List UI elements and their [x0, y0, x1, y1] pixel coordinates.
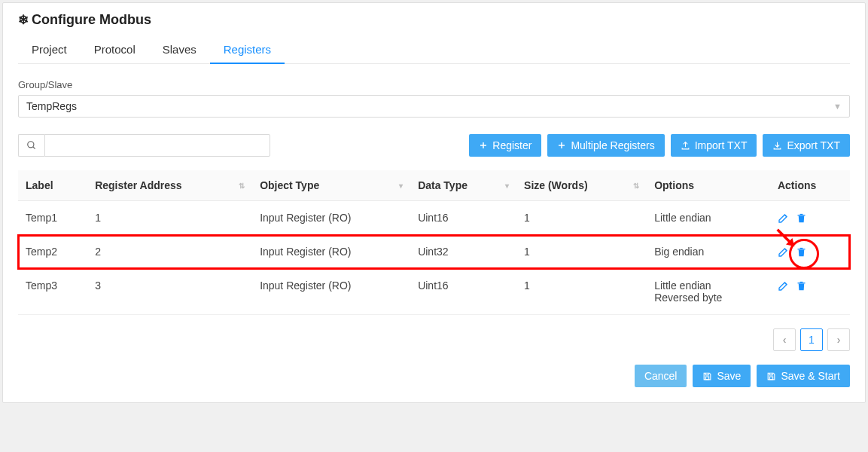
cancel-button[interactable]: Cancel — [635, 365, 687, 387]
delete-icon[interactable] — [796, 280, 807, 292]
cell-object-type: Input Register (RO) — [252, 235, 410, 269]
filter-icon[interactable]: ▾ — [505, 182, 509, 190]
col-address[interactable]: Register Address⇅ — [87, 170, 252, 201]
tab-slaves[interactable]: Slaves — [149, 35, 210, 63]
window-header: ❄ Configure Modbus Project Protocol Slav… — [3, 3, 865, 64]
groupslave-selected: TempRegs — [26, 100, 77, 112]
cell-address: 3 — [87, 269, 252, 315]
tab-bar: Project Protocol Slaves Registers — [18, 35, 850, 64]
cell-object-type: Input Register (RO) — [252, 201, 410, 235]
cell-label: Temp2 — [18, 235, 87, 269]
button-label: Save & Start — [781, 370, 840, 382]
page-title: ❄ Configure Modbus — [18, 12, 850, 28]
col-data-type-text: Data Type — [418, 179, 468, 191]
button-label: Multiple Registers — [571, 139, 654, 151]
toolbar: Register Multiple Registers Import TXT E… — [18, 134, 850, 157]
cell-data-type: Uint16 — [410, 269, 516, 315]
button-label: Save — [717, 370, 741, 382]
groupslave-select[interactable]: TempRegs ▼ — [18, 95, 850, 118]
search-input[interactable] — [44, 134, 270, 157]
cell-options: Little endian — [647, 201, 770, 235]
search-icon — [26, 140, 37, 151]
groupslave-label: Group/Slave — [18, 79, 850, 90]
cell-data-type: Uint16 — [410, 201, 516, 235]
table-row: Temp33Input Register (RO)Uint161Little e… — [18, 269, 850, 315]
save-icon — [702, 371, 712, 381]
title-text: Configure Modbus — [32, 12, 151, 28]
col-data-type[interactable]: Data Type▾ — [410, 170, 516, 201]
svg-rect-8 — [706, 377, 709, 380]
button-label: Import TXT — [695, 139, 748, 151]
cell-actions — [770, 269, 850, 315]
footer-buttons: Cancel Save Save & Start — [18, 365, 850, 387]
col-actions-text: Actions — [778, 179, 816, 191]
col-size-text: Size (Words) — [524, 179, 588, 191]
search-button[interactable] — [18, 134, 44, 157]
import-txt-button[interactable]: Import TXT — [671, 134, 757, 157]
cell-address: 2 — [87, 235, 252, 269]
save-start-button[interactable]: Save & Start — [757, 365, 850, 387]
add-multiple-registers-button[interactable]: Multiple Registers — [547, 134, 664, 157]
table-row: Temp11Input Register (RO)Uint161Little e… — [18, 201, 850, 235]
add-register-button[interactable]: Register — [469, 134, 541, 157]
save-icon — [766, 371, 776, 381]
cell-size: 1 — [516, 269, 647, 315]
sort-icon[interactable]: ⇅ — [633, 182, 639, 190]
cell-label: Temp1 — [18, 201, 87, 235]
save-button[interactable]: Save — [693, 365, 751, 387]
col-options-text: Options — [654, 179, 694, 191]
cell-options: Big endian — [647, 235, 770, 269]
svg-rect-9 — [770, 377, 773, 380]
col-options: Options — [647, 170, 770, 201]
col-label[interactable]: Label — [18, 170, 87, 201]
toolbar-buttons: Register Multiple Registers Import TXT E… — [469, 134, 850, 157]
download-icon — [772, 141, 782, 151]
registers-table: Label Register Address⇅ Object Type▾ Dat… — [18, 170, 850, 315]
plus-icon — [479, 141, 488, 150]
search-wrap — [18, 134, 270, 157]
upload-icon — [681, 141, 690, 151]
next-page-button[interactable]: › — [827, 328, 850, 351]
sort-icon[interactable]: ⇅ — [239, 182, 245, 190]
chevron-down-icon: ▼ — [833, 102, 842, 111]
button-label: Register — [492, 139, 531, 151]
pagination: ‹ 1 › — [18, 328, 850, 351]
tab-registers[interactable]: Registers — [210, 35, 285, 63]
configure-modbus-window: ❄ Configure Modbus Project Protocol Slav… — [2, 2, 866, 403]
cell-data-type: Uint32 — [410, 235, 516, 269]
button-label: Export TXT — [787, 139, 840, 151]
cell-address: 1 — [87, 201, 252, 235]
gear-icon: ❄ — [18, 12, 29, 28]
cell-actions — [770, 235, 850, 269]
tab-protocol[interactable]: Protocol — [81, 35, 149, 63]
edit-icon[interactable] — [778, 212, 790, 224]
edit-icon[interactable] — [778, 279, 790, 292]
export-txt-button[interactable]: Export TXT — [763, 134, 850, 157]
col-object-type[interactable]: Object Type▾ — [252, 170, 410, 201]
prev-page-button[interactable]: ‹ — [773, 328, 796, 351]
filter-icon[interactable]: ▾ — [399, 182, 403, 190]
col-label-text: Label — [26, 179, 53, 191]
body: Group/Slave TempRegs ▼ Register Multiple… — [3, 64, 865, 402]
button-label: Cancel — [644, 370, 678, 382]
cell-options: Little endian Reversed byte — [647, 269, 770, 315]
col-actions: Actions — [770, 170, 850, 201]
cell-object-type: Input Register (RO) — [252, 269, 410, 315]
col-size[interactable]: Size (Words)⇅ — [516, 170, 647, 201]
page-number[interactable]: 1 — [800, 328, 823, 351]
svg-line-1 — [33, 147, 35, 149]
col-address-text: Register Address — [95, 179, 181, 191]
cell-size: 1 — [516, 201, 647, 235]
table-row: Temp22Input Register (RO)Uint321Big endi… — [18, 235, 850, 269]
plus-icon — [557, 141, 566, 150]
col-object-type-text: Object Type — [260, 179, 319, 191]
cell-size: 1 — [516, 235, 647, 269]
tab-project[interactable]: Project — [18, 35, 81, 63]
svg-point-0 — [28, 142, 34, 148]
delete-icon[interactable] — [796, 246, 807, 258]
delete-icon[interactable] — [796, 212, 807, 224]
cell-label: Temp3 — [18, 269, 87, 315]
